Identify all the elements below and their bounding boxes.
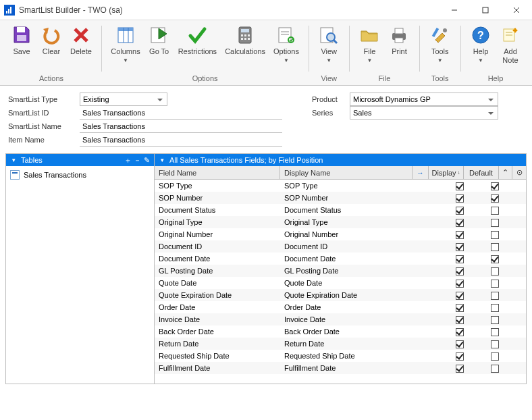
cell-display-checkbox[interactable]: [442, 193, 477, 202]
cell-default-checkbox[interactable]: [477, 363, 512, 372]
add-table-icon[interactable]: ＋: [123, 155, 132, 165]
cell-default-checkbox[interactable]: [477, 327, 512, 336]
cell-default-checkbox[interactable]: [477, 181, 512, 190]
goto-button[interactable]: Go To: [144, 23, 174, 73]
cell-field-name: SOP Type: [155, 182, 280, 190]
delete-button[interactable]: Delete: [66, 23, 96, 73]
cell-default-checkbox[interactable]: [477, 303, 512, 311]
add-note-button[interactable]: Add Note: [496, 23, 525, 73]
cell-display-checkbox[interactable]: [442, 254, 477, 263]
col-expand-icon[interactable]: ⊙: [512, 166, 526, 179]
table-row[interactable]: Back Order DateBack Order Date: [155, 325, 526, 338]
cell-default-checkbox[interactable]: [477, 315, 512, 323]
minimize-button[interactable]: [439, 0, 470, 20]
cell-display-checkbox[interactable]: [442, 242, 477, 251]
cell-display-checkbox[interactable]: [442, 290, 477, 299]
product-dropdown[interactable]: Microsoft Dynamics GP: [350, 93, 498, 106]
file-button[interactable]: File ▼: [354, 23, 384, 73]
edit-table-icon[interactable]: ✎: [142, 156, 151, 165]
cell-default-checkbox[interactable]: [477, 242, 512, 251]
cell-default-checkbox[interactable]: [477, 193, 512, 202]
view-button[interactable]: View ▼: [314, 23, 344, 73]
main-panes: ▾ Tables ＋ － ✎ Sales Transactions ▾ All …: [5, 153, 527, 384]
group-label-file: File: [354, 73, 414, 84]
table-row[interactable]: Original TypeOriginal Type: [155, 216, 526, 228]
table-row[interactable]: Quote DateQuote Date: [155, 277, 526, 289]
col-display[interactable]: Display↓: [429, 166, 464, 179]
table-row[interactable]: SOP TypeSOP Type: [155, 180, 526, 192]
col-default[interactable]: Default: [464, 166, 499, 179]
col-field-name[interactable]: Field Name: [155, 166, 280, 179]
col-move-icon[interactable]: →: [413, 166, 429, 179]
grid-body[interactable]: SOP TypeSOP TypeSOP NumberSOP NumberDocu…: [155, 180, 526, 384]
cell-default-checkbox[interactable]: [477, 290, 512, 299]
table-row[interactable]: Invoice DateInvoice Date: [155, 313, 526, 325]
cell-display-checkbox[interactable]: [442, 303, 477, 311]
table-row[interactable]: Document StatusDocument Status: [155, 204, 526, 216]
table-row[interactable]: Requested Ship DateRequested Ship Date: [155, 350, 526, 362]
cell-display-name: Document Status: [280, 206, 426, 214]
cell-default-checkbox[interactable]: [477, 266, 512, 275]
cell-display-checkbox[interactable]: [442, 217, 477, 226]
collapse-icon[interactable]: ▾: [9, 155, 18, 165]
tools-button[interactable]: Tools ▼: [425, 23, 455, 73]
group-label-actions: Actions: [7, 73, 96, 84]
table-row[interactable]: Document DateDocument Date: [155, 253, 526, 265]
options-button[interactable]: Options ▼: [269, 23, 303, 73]
chevron-down-icon: ▼: [123, 56, 128, 65]
cell-display-checkbox[interactable]: [442, 327, 477, 336]
maximize-button[interactable]: [470, 0, 501, 20]
table-row[interactable]: Document IDDocument ID: [155, 240, 526, 253]
cell-display-checkbox[interactable]: [442, 315, 477, 323]
cell-default-checkbox[interactable]: [477, 278, 512, 287]
cell-display-checkbox[interactable]: [442, 363, 477, 372]
collapse-icon[interactable]: ▾: [157, 155, 167, 165]
ribbon-group-view: View ▼ View: [311, 23, 346, 85]
cell-display-name: Order Date: [280, 303, 426, 311]
cell-default-checkbox[interactable]: [477, 351, 512, 360]
cell-default-checkbox[interactable]: [477, 254, 512, 263]
cell-field-name: Document Status: [155, 206, 280, 214]
cell-display-checkbox[interactable]: [442, 205, 477, 214]
print-button[interactable]: Print: [384, 23, 414, 73]
goto-label: Go To: [149, 47, 169, 56]
chevron-down-icon: ▼: [284, 56, 289, 65]
save-label: Save: [13, 47, 30, 56]
table-row[interactable]: SOP NumberSOP Number: [155, 192, 526, 204]
restrictions-button[interactable]: Restrictions: [174, 23, 221, 73]
save-button[interactable]: Save: [7, 23, 36, 73]
table-row[interactable]: GL Posting DateGL Posting Date: [155, 265, 526, 277]
table-row[interactable]: Fulfillment DateFulfillment Date: [155, 362, 526, 374]
col-up-icon[interactable]: ⌃: [499, 166, 512, 179]
calculations-button[interactable]: Calculations: [221, 23, 269, 73]
table-row[interactable]: Quote Expiration DateQuote Expiration Da…: [155, 289, 526, 301]
cell-display-name: Quote Date: [280, 279, 426, 287]
col-display-name[interactable]: Display Name: [280, 166, 413, 179]
cell-display-checkbox[interactable]: [442, 339, 477, 348]
cell-display-checkbox[interactable]: [442, 351, 477, 360]
cell-display-checkbox[interactable]: [442, 181, 477, 190]
clear-button[interactable]: Clear: [36, 23, 66, 73]
series-dropdown[interactable]: Sales: [350, 106, 498, 120]
cell-display-checkbox[interactable]: [442, 266, 477, 275]
fields-pane: ▾ All Sales Transactions Fields; by Fiel…: [155, 154, 526, 384]
cell-display-checkbox[interactable]: [442, 278, 477, 287]
table-item[interactable]: Sales Transactions: [10, 169, 150, 181]
smartlist-id-field[interactable]: Sales Transactions: [80, 106, 282, 120]
cell-display-checkbox[interactable]: [442, 230, 477, 238]
smartlist-name-field[interactable]: Sales Transactions: [80, 120, 282, 133]
smartlist-type-dropdown[interactable]: Existing: [80, 93, 167, 106]
table-row[interactable]: Return DateReturn Date: [155, 338, 526, 350]
remove-table-icon[interactable]: －: [132, 155, 142, 165]
help-button[interactable]: ? Help ▼: [466, 23, 496, 73]
cell-default-checkbox[interactable]: [477, 205, 512, 214]
chevron-down-icon: ▼: [478, 56, 483, 65]
item-name-field[interactable]: Sales Transactions: [80, 133, 282, 147]
cell-default-checkbox[interactable]: [477, 230, 512, 238]
close-button[interactable]: [501, 0, 532, 20]
cell-default-checkbox[interactable]: [477, 217, 512, 226]
cell-default-checkbox[interactable]: [477, 339, 512, 348]
columns-button[interactable]: Columns ▼: [107, 23, 144, 73]
table-row[interactable]: Original NumberOriginal Number: [155, 228, 526, 240]
table-row[interactable]: Order DateOrder Date: [155, 301, 526, 313]
